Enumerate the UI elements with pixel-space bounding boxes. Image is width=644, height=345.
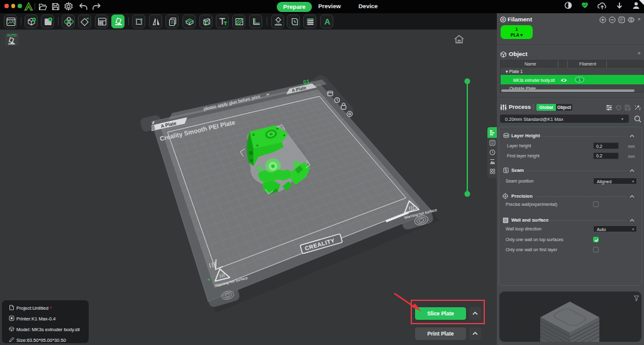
- svg-text:01: 01: [303, 78, 310, 86]
